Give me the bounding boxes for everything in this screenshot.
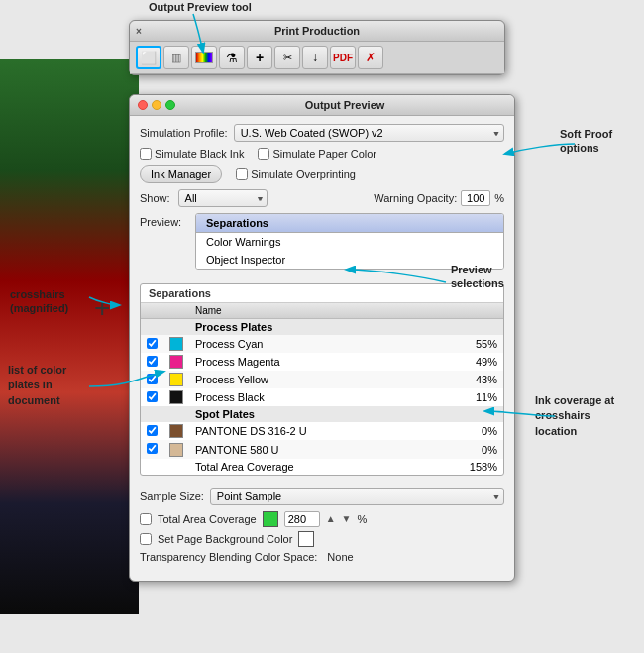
total-coverage-spinner-down[interactable]: ▼ [342,513,352,524]
total-coverage-spinner-up[interactable]: ▲ [326,513,336,524]
ink-manager-tool-button[interactable]: ⚗ [219,46,245,69]
cell-p580-check[interactable] [141,440,163,458]
simulate-black-ink-checkbox[interactable] [140,148,152,160]
close-traffic-light[interactable] [138,100,148,110]
separations-section: Separations Name Process Plates [140,283,504,476]
pp-toolbar: ⬜ ▥ ⚗ + ✂ ↓ PDF ✗ [130,42,504,74]
table-row: Spot Plates [141,406,503,422]
separations-table: Name Process Plates [141,303,503,475]
cell-p316-check[interactable] [141,422,163,440]
set-page-bg-label: Set Page Background Color [158,533,292,545]
cell-empty2 [163,319,189,336]
yellow-swatch [169,373,183,386]
yellow-checkbox[interactable] [147,374,158,384]
tab-color-warnings[interactable]: Color Warnings [196,233,503,251]
p580-swatch [169,443,183,457]
cell-p580-name: PANTONE 580 U [189,440,464,458]
transparency-row: Transparency Blending Color Space: None [140,551,504,563]
total-area-coverage-label: Total Area Coverage [158,513,257,525]
callout-preview-selections: Previewselections [451,263,504,291]
cell-yellow-swatch [163,371,189,388]
tab-separations[interactable]: Separations [196,214,503,233]
simulate-paper-color-item: Simulate Paper Color [258,148,376,160]
output-preview-icon: ⬜ [141,51,157,65]
simulate-overprinting-checkbox[interactable] [236,168,248,180]
total-area-coverage-input[interactable] [284,511,320,527]
simulate-black-ink-item: Simulate Black Ink [140,148,244,160]
simulate-black-ink-label: Simulate Black Ink [155,148,244,160]
preflight-tool-button[interactable]: ✗ [358,46,383,69]
preview-tabs: Separations Color Warnings Object Inspec… [195,213,504,270]
output-preview-tool-button[interactable]: ⬜ [136,46,161,69]
simulation-profile-row: Simulation Profile: U.S. Web Coated (SWO… [140,124,504,142]
show-select[interactable]: All [178,189,268,207]
callout-output-preview-tool: Output Preview tool [149,0,252,14]
black-checkbox[interactable] [147,391,158,402]
cyan-checkbox[interactable] [147,338,158,349]
crop-tool-button[interactable]: ✂ [274,46,300,69]
cell-magenta-name: Process Magenta [189,353,464,371]
ink-manager-icon: ⚗ [226,51,238,65]
cell-black-swatch [163,388,189,406]
simulation-dropdown-icon: ▼ [493,130,500,137]
table-row: PANTONE DS 316-2 U 0% [141,422,503,440]
table-row: Process Yellow 43% [141,371,503,388]
pdf-tool-button[interactable]: PDF [330,46,356,69]
th-swatch [163,303,189,319]
cell-yellow-check[interactable] [141,371,163,388]
color-bars-tool-button[interactable] [191,46,217,69]
simulate-paper-color-checkbox[interactable] [258,148,269,160]
cell-total-name: Total Area Coverage [189,459,464,475]
output-preview-body: Simulation Profile: U.S. Web Coated (SWO… [130,116,514,581]
sample-size-row: Sample Size: Point Sample ▼ [140,488,504,505]
cell-process-plates-name: Process Plates [189,319,464,336]
ink-manager-row: Ink Manager Simulate Overprinting [140,165,504,183]
output-preview-panel: Output Preview Simulation Profile: U.S. … [129,94,515,582]
simulation-profile-label: Simulation Profile: [140,127,228,139]
callout-list-color-plates: list of colorplates indocument [8,363,66,408]
bg-color-swatch[interactable] [298,531,314,547]
p316-swatch [169,424,183,438]
total-area-coverage-checkbox[interactable] [140,513,152,525]
cell-p316-name: PANTONE DS 316-2 U [189,422,464,440]
maximize-traffic-light[interactable] [165,100,175,110]
ink-manager-button[interactable]: Ink Manager [140,165,222,183]
cell-total-empty2 [163,459,189,475]
sample-size-select[interactable]: Point Sample [210,488,504,505]
background-photo [0,59,139,614]
p316-checkbox[interactable] [147,425,158,436]
table-row: PANTONE 580 U 0% [141,440,503,458]
export-tool-button[interactable]: ↓ [302,46,328,69]
output-preview-title: Output Preview [183,99,506,111]
callout-soft-proof-options: Soft Proofoptions [560,127,612,156]
simulation-profile-select[interactable]: U.S. Web Coated (SWOP) v2 [234,124,504,142]
cell-magenta-check[interactable] [141,353,163,371]
cell-empty3 [141,406,163,422]
simulation-profile-select-wrapper: U.S. Web Coated (SWOP) v2 ▼ [234,124,504,142]
transparency-value: None [327,551,353,563]
trap-tool-button[interactable]: + [247,46,272,69]
minimize-traffic-light[interactable] [152,100,161,110]
simulate-paper-color-label: Simulate Paper Color [272,148,376,160]
cell-total-value: 158% [464,459,503,475]
pp-close-button[interactable]: × [136,26,142,37]
table-row: Total Area Coverage 158% [141,459,503,475]
warning-opacity-input[interactable]: 100 [461,190,490,206]
preflight-icon: ✗ [366,51,376,64]
color-bars-icon [195,52,213,63]
crosshair-symbol: + [94,292,110,324]
magenta-checkbox[interactable] [147,356,158,367]
set-page-bg-checkbox[interactable] [140,533,152,545]
print-production-title: Print Production [274,25,360,37]
output-preview-titlebar: Output Preview [130,95,514,116]
cell-cyan-check[interactable] [141,335,163,353]
cell-p316-value: 0% [464,422,503,440]
cell-black-check[interactable] [141,388,163,406]
p580-checkbox[interactable] [147,443,158,454]
cell-cyan-value: 55% [464,335,503,353]
cell-magenta-swatch [163,353,189,371]
th-value [464,303,503,319]
table-row: Process Black 11% [141,388,503,406]
simulate-overprinting-label: Simulate Overprinting [251,168,356,180]
separations-tool-button[interactable]: ▥ [163,46,189,69]
